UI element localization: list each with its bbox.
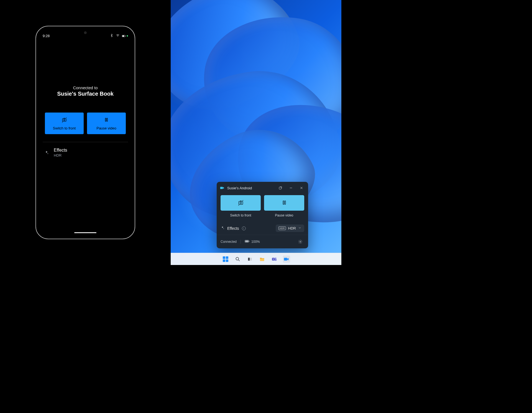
svg-rect-20: [248, 258, 250, 261]
svg-rect-2: [122, 35, 124, 36]
svg-rect-10: [239, 201, 243, 204]
divider: [43, 142, 128, 142]
svg-rect-4: [62, 119, 66, 121]
svg-point-5: [64, 119, 65, 121]
svg-rect-25: [275, 259, 277, 261]
close-button[interactable]: [298, 185, 305, 191]
phone-panel: 9:28 Connected to Su: [0, 0, 171, 265]
windows-logo-icon: [223, 256, 228, 262]
phone-frame: 9:28 Connected to Su: [35, 26, 135, 239]
svg-point-19: [236, 257, 239, 260]
svg-text:T: T: [273, 258, 274, 260]
pause-video-label: Pause video: [96, 126, 116, 130]
teams-button[interactable]: T: [271, 256, 278, 263]
task-view-icon: [247, 257, 252, 262]
search-button[interactable]: [234, 256, 241, 263]
status-time: 9:28: [43, 34, 50, 38]
svg-rect-21: [250, 258, 252, 261]
effects-label: Effects: [227, 226, 239, 231]
folder-icon: [259, 256, 265, 262]
effects-title: Effects: [54, 148, 67, 153]
camera-icon: [220, 186, 224, 190]
file-explorer-button[interactable]: [259, 256, 266, 263]
taskbar: T: [171, 253, 341, 265]
switch-camera-icon: [238, 200, 244, 206]
phone-status-bar: 9:28: [40, 30, 131, 38]
svg-rect-9: [279, 187, 281, 189]
pause-video-button[interactable]: Pause video: [87, 113, 126, 134]
pause-icon: [281, 200, 287, 206]
win-switch-camera-button[interactable]: [221, 195, 261, 211]
windows-desktop: Susie's Android: [171, 0, 341, 265]
battery-percent: 100%: [251, 240, 260, 244]
switch-camera-icon: [62, 117, 67, 123]
sparkle-icon: [221, 226, 224, 231]
pop-out-button[interactable]: [277, 185, 284, 191]
win-pause-video-label: Pause video: [264, 213, 304, 217]
hdr-label: HDR: [288, 226, 296, 230]
start-button[interactable]: [222, 256, 229, 263]
connection-status: Connected to Susie's Surface Book: [57, 85, 114, 97]
svg-point-24: [275, 258, 277, 259]
svg-point-0: [117, 36, 118, 37]
info-icon[interactable]: i: [242, 226, 246, 230]
win-pause-video-button[interactable]: [264, 195, 304, 211]
teams-icon: T: [272, 256, 277, 262]
sparkle-icon: [44, 151, 49, 155]
switch-camera-button[interactable]: Switch to front: [45, 113, 84, 134]
svg-rect-6: [105, 118, 106, 121]
effects-row[interactable]: Effects HDR: [43, 148, 128, 157]
task-view-button[interactable]: [246, 256, 254, 263]
bluetooth-icon: [110, 34, 114, 38]
svg-point-11: [240, 202, 242, 204]
chevron-down-icon: [298, 226, 301, 230]
home-indicator[interactable]: [74, 232, 96, 233]
svg-rect-7: [107, 118, 108, 121]
svg-point-18: [300, 241, 301, 242]
svg-rect-26: [284, 258, 287, 261]
hdr-dropdown[interactable]: HDR HDR: [276, 225, 304, 232]
switch-camera-label: Switch to front: [53, 126, 76, 130]
svg-rect-16: [245, 241, 248, 242]
svg-rect-3: [125, 35, 126, 36]
camera-flyout-window: Susie's Android: [217, 182, 308, 248]
svg-rect-13: [285, 201, 285, 204]
camera-icon: [284, 257, 289, 261]
battery-icon: [245, 240, 250, 244]
camera-app-button[interactable]: [283, 256, 290, 263]
svg-point-14: [223, 228, 224, 229]
battery-icon: [122, 34, 128, 38]
effects-mode: HDR: [54, 153, 67, 157]
flyout-titlebar[interactable]: Susie's Android: [217, 182, 308, 193]
connection-status-label: Connected: [221, 240, 237, 244]
connected-prefix: Connected to: [57, 85, 114, 90]
search-icon: [235, 256, 241, 262]
privacy-dot-icon: [127, 35, 128, 37]
connected-device-name: Susie's Surface Book: [57, 91, 114, 97]
svg-rect-17: [249, 241, 249, 242]
minimize-button[interactable]: [287, 185, 295, 191]
hdr-badge-icon: HDR: [278, 226, 286, 230]
pause-icon: [104, 117, 109, 123]
wifi-icon: [116, 34, 120, 38]
svg-rect-12: [283, 201, 284, 204]
settings-button[interactable]: [296, 238, 304, 245]
svg-rect-8: [220, 187, 223, 189]
flyout-title: Susie's Android: [227, 186, 274, 190]
win-switch-camera-label: Switch to front: [221, 213, 261, 217]
